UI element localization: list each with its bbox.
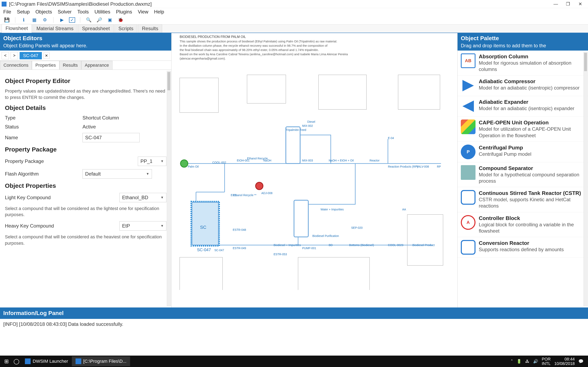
breadcrumb-close[interactable]: ✕ <box>43 53 50 59</box>
debug-icon[interactable]: 🐞 <box>117 17 124 24</box>
palette-item[interactable]: AB Absorption ColumnModel for rigorous s… <box>458 50 588 75</box>
app-icon <box>25 359 31 364</box>
palette-item[interactable]: A Controller BlockLogical block for cont… <box>458 212 588 237</box>
menu-plugins[interactable]: Plugins <box>116 9 132 15</box>
editor-subtabs: Connections Properties Results Appearanc… <box>0 61 171 70</box>
menu-solver[interactable]: Solver <box>58 9 72 15</box>
menu-help[interactable]: Help <box>154 9 164 15</box>
taskbar-item-dwsim-launcher[interactable]: DWSIM Launcher <box>21 356 72 366</box>
object-palette-header: Object Palette Drag and drop items to ad… <box>458 33 588 50</box>
palette-item[interactable]: CAPE-OPEN Unit OperationModel for utiliz… <box>458 117 588 142</box>
taskbar-item-app[interactable]: [C:\Program Files\D... <box>72 356 130 366</box>
close-button[interactable]: ✕ <box>574 0 586 8</box>
chevron-down-icon: ▼ <box>160 196 164 200</box>
palette-scrollbar[interactable] <box>584 52 588 306</box>
main-tabs: Flowsheet Material Streams Spreadsheet S… <box>0 25 588 33</box>
breadcrumb-forward[interactable]: > <box>11 52 18 59</box>
centrifugal-pump-icon: P <box>461 145 476 159</box>
label-type: Type <box>5 115 82 121</box>
select-flash-algorithm[interactable]: Default ▼ <box>82 169 152 179</box>
editor-hint: Property values are updated/stored as th… <box>5 88 166 101</box>
app-icon <box>2 2 7 7</box>
palette-item-name: Absorption Column <box>479 53 585 60</box>
system-tray[interactable]: ˄ 🔋 🖧 🔊 POR INTL 08:44 10/08/2018 💬 <box>511 357 586 366</box>
palette-list[interactable]: AB Absorption ColumnModel for rigorous s… <box>458 50 588 308</box>
flowsheet-canvas[interactable]: BIODIESEL PRODUCTION FROM PALM OIL This … <box>172 33 457 308</box>
play-icon[interactable]: ▶ <box>58 17 65 24</box>
svg-text:SEP-020: SEP-020 <box>351 226 363 229</box>
conversion-reactor-icon <box>461 240 476 255</box>
svg-rect-0 <box>180 78 218 113</box>
palette-item-name: Compound Separator <box>479 165 585 171</box>
palette-item-name: Centrifugal Pump <box>479 145 531 151</box>
tray-language[interactable]: POR INTL <box>542 357 551 366</box>
menu-objects[interactable]: Objects <box>35 9 52 15</box>
taskbar-item-label: [C:\Program Files\D... <box>83 359 126 364</box>
svg-rect-9 <box>294 200 308 237</box>
taskbar: ⊞ ◯ DWSIM Launcher [C:\Program Files\D..… <box>0 356 588 367</box>
breadcrumb-back[interactable]: < <box>2 52 9 59</box>
grid-icon[interactable]: ▦ <box>31 17 38 24</box>
value-status: Active <box>82 124 166 130</box>
palette-item[interactable]: Continuous Stirred Tank Reactor (CSTR)CS… <box>458 187 588 212</box>
tray-clock[interactable]: 08:44 10/08/2018 <box>554 357 575 366</box>
check-icon[interactable]: ✓ <box>69 17 75 23</box>
panel-subtitle: Object Editing Panels will appear here. <box>3 43 168 49</box>
tab-material-streams[interactable]: Material Streams <box>33 24 77 33</box>
tab-results[interactable]: Results <box>138 24 162 33</box>
save-icon[interactable]: 💾 <box>3 17 10 24</box>
settings-icon[interactable]: ⚙ <box>42 17 48 24</box>
cortana-button[interactable]: ◯ <box>11 356 21 366</box>
tab-scripts[interactable]: Scripts <box>114 24 137 33</box>
zoom-in-icon[interactable]: 🔍 <box>85 17 92 24</box>
svg-text:RP: RP <box>437 165 441 168</box>
tray-time: 08:44 <box>554 357 575 361</box>
subtab-connections[interactable]: Connections <box>0 61 32 69</box>
palette-item[interactable]: Adiabatic CompressorModel for an adiabat… <box>458 75 588 96</box>
maximize-button[interactable]: ❐ <box>562 0 574 8</box>
svg-text:Biodiesel Product: Biodiesel Product <box>412 243 435 247</box>
palette-item[interactable]: P Centrifugal PumpCentrifugal Pump model <box>458 142 588 162</box>
minimize-button[interactable]: — <box>550 0 562 8</box>
subtab-appearance[interactable]: Appearance <box>81 61 112 69</box>
titlebar: [C:\Program Files\DWSIM5\samples\Biodies… <box>0 0 588 8</box>
svg-text:BD: BD <box>329 243 333 247</box>
tray-network-icon[interactable]: 🖧 <box>525 359 529 364</box>
label-light-key: Light Key Compound <box>5 195 82 200</box>
tray-chevron-up-icon[interactable]: ˄ <box>511 359 513 364</box>
subtab-properties[interactable]: Properties <box>32 61 59 69</box>
property-editor: Object Property Editor Property values a… <box>0 70 171 308</box>
menu-view[interactable]: View <box>138 9 148 15</box>
menu-setup[interactable]: Setup <box>17 9 30 15</box>
zoom-out-icon[interactable]: 🔎 <box>96 17 103 24</box>
section-object-details: Object Details <box>5 104 166 111</box>
svg-text:Palm Oil: Palm Oil <box>188 165 199 168</box>
select-property-package[interactable]: PP_1 ▼ <box>138 157 166 166</box>
tray-volume-icon[interactable]: 🔊 <box>533 359 538 364</box>
menu-utilities[interactable]: Utilities <box>95 9 110 15</box>
input-name[interactable]: SC-047 <box>82 133 140 142</box>
adiabatic-compressor-icon <box>461 78 476 93</box>
select-heavy-key[interactable]: EtP ▼ <box>120 221 166 231</box>
info-icon[interactable]: ℹ <box>20 17 27 24</box>
palette-item[interactable]: Conversion ReactorSupports reactions def… <box>458 237 588 258</box>
palette-item[interactable]: Compound SeparatorModel for a hypothetic… <box>458 162 588 187</box>
menu-file[interactable]: File <box>3 9 11 15</box>
menu-tools[interactable]: Tools <box>77 9 89 15</box>
tray-notifications-icon[interactable]: 💬 <box>579 359 584 364</box>
tab-spreadsheet[interactable]: Spreadsheet <box>78 24 114 33</box>
svg-text:Bottoms (Biodiesel): Bottoms (Biodiesel) <box>349 243 374 247</box>
palette-item[interactable]: Adiabatic ExpanderModel for an adiabatic… <box>458 96 588 117</box>
select-light-key[interactable]: Ethanol_BD ▼ <box>120 193 166 202</box>
palette-item-desc: Logical block for controlling a variable… <box>479 221 585 234</box>
svg-text:Reactor: Reactor <box>370 159 380 162</box>
breadcrumb-current[interactable]: SC-047 <box>20 52 42 59</box>
log-panel-body: [INFO] [10/08/2018 08:43:03] Data loaded… <box>0 319 588 356</box>
zoom-fit-icon[interactable]: ▣ <box>106 17 113 24</box>
subtab-results[interactable]: Results <box>60 61 81 69</box>
tab-flowsheet[interactable]: Flowsheet <box>2 24 32 33</box>
start-button[interactable]: ⊞ <box>2 356 11 366</box>
tray-battery-icon[interactable]: 🔋 <box>517 359 522 364</box>
palette-item-desc: Supports reactions defined by amounts <box>479 246 564 253</box>
editor-scrollbar[interactable] <box>167 71 171 306</box>
